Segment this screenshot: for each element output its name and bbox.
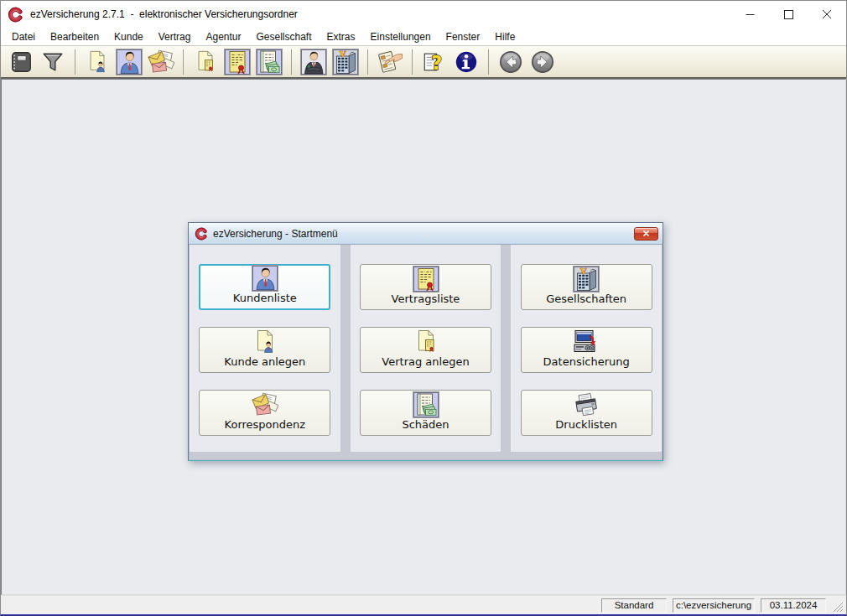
close-icon [642,230,650,237]
correspondence-icon [252,391,278,418]
dialog-column-kunde: Kundenliste Kunde anlegen Korrespondenz [190,245,340,452]
claims-icon [413,391,439,418]
close-button[interactable] [808,1,846,28]
vertrag-anlegen-button[interactable]: Vertrag anlegen [360,327,491,373]
companies-icon [573,266,600,292]
nav-forward-button[interactable] [527,48,559,76]
print-selection-button[interactable] [374,48,406,76]
minimize-button[interactable] [730,1,769,28]
dialog-close-button[interactable] [634,227,658,241]
resize-grip-icon[interactable] [833,601,844,613]
new-customer-icon [252,329,278,355]
companies-button[interactable] [330,48,361,76]
addressbook-button[interactable] [5,48,37,76]
dialog-body: Kundenliste Kunde anlegen Korrespondenz [189,245,663,460]
new-contract-button[interactable] [190,48,221,76]
addressbook-icon [8,49,34,75]
button-label: Kundenliste [233,292,297,304]
dialog-column-vertrag: Vertragsliste Vertrag anlegen Schäden [351,245,501,452]
gesellschaften-button[interactable]: Gesellschaften [521,264,652,310]
print-selection-icon [377,49,403,75]
menu-item-hilfe[interactable]: Hilfe [487,29,522,44]
agent-button[interactable] [298,48,330,76]
menu-item-bearbeiten[interactable]: Bearbeiten [43,29,107,44]
toolbar-separator [412,49,413,75]
schaeden-button[interactable]: Schäden [360,390,491,436]
contract-list-button[interactable] [221,48,253,76]
correspondence-button[interactable] [145,48,177,76]
print-lists-icon [573,391,600,418]
vertragsliste-button[interactable]: Vertragsliste [360,264,491,310]
menu-item-gesellschaft[interactable]: Gesellschaft [249,29,320,44]
help-icon [422,49,447,75]
nav-back-icon [498,49,523,75]
button-label: Drucklisten [555,419,617,431]
menu-item-einstellungen[interactable]: Einstellungen [363,29,439,44]
new-customer-icon [85,49,110,75]
korrespondenz-button[interactable]: Korrespondenz [199,390,330,436]
button-label: Kunde anlegen [224,356,305,368]
minimize-icon [746,10,755,19]
customer-list-button[interactable] [113,48,145,76]
new-contract-icon [193,49,218,75]
menu-item-fenster[interactable]: Fenster [439,29,488,44]
mdi-workspace: ezVersicherung - Startmenü Kundenliste K… [1,79,846,595]
status-bar: Standard c:\ezversicherung 03.11.2024 [1,595,846,614]
new-contract-icon [413,329,439,355]
button-label: Vertragsliste [392,293,460,305]
menu-item-datei[interactable]: Datei [4,29,43,44]
app-logo-icon [8,7,23,23]
dialog-title-bar: ezVersicherung - Startmenü [189,223,663,245]
datensicherung-button[interactable]: Datensicherung [521,327,652,373]
filter-button[interactable] [37,48,69,76]
status-date: 03.11.2024 [761,598,826,613]
nav-forward-icon [530,49,555,75]
toolbar-separator [75,49,75,75]
app-logo-icon [195,227,208,241]
menu-item-vertrag[interactable]: Vertrag [151,29,199,44]
toolbar-separator [488,49,489,75]
startmenu-dialog: ezVersicherung - Startmenü Kundenliste K… [188,222,663,461]
info-button[interactable] [450,48,482,76]
claims-icon [256,49,283,75]
claims-button[interactable] [253,48,285,76]
button-label: Vertrag anlegen [382,356,469,368]
maximize-button[interactable] [769,1,808,28]
toolbar-separator [367,49,368,75]
filter-icon [40,49,65,75]
title-bar: ezVersicherung 2.7.1 - elektronischer Ve… [1,1,846,28]
toolbar-separator [291,49,292,75]
customer-list-icon [252,265,278,292]
help-button[interactable] [418,48,450,76]
menu-item-kunde[interactable]: Kunde [107,29,151,44]
companies-icon [332,49,359,75]
status-path: c:\ezversicherung [673,598,755,613]
contract-list-icon [224,49,251,75]
button-label: Korrespondenz [225,419,306,431]
toolbar-separator [183,49,184,75]
app-window: ezVersicherung 2.7.1 - elektronischer Ve… [0,0,847,616]
button-label: Schäden [402,419,449,431]
button-label: Gesellschaften [546,293,626,305]
dialog-column-sonstiges: Gesellschaften Datensicherung Druckliste… [511,245,662,452]
menu-bar: Datei Bearbeiten Kunde Vertrag Agentur G… [1,28,846,46]
correspondence-icon [148,49,174,75]
backup-icon [573,329,600,355]
button-label: Datensicherung [543,356,630,368]
info-icon [454,49,479,75]
menu-item-extras[interactable]: Extras [320,29,363,44]
new-customer-button[interactable] [81,48,113,76]
dialog-title: ezVersicherung - Startmenü [213,228,338,240]
contract-list-icon [413,266,439,292]
agent-icon [300,49,327,75]
status-profile: Standard [601,598,667,613]
kundenliste-button[interactable]: Kundenliste [199,264,330,310]
nav-back-button[interactable] [495,48,527,76]
menu-item-agentur[interactable]: Agentur [198,29,248,44]
window-title: ezVersicherung 2.7.1 - elektronischer Ve… [30,8,298,20]
kunde-anlegen-button[interactable]: Kunde anlegen [199,327,330,373]
maximize-icon [784,10,793,19]
customer-list-icon [116,49,143,75]
drucklisten-button[interactable]: Drucklisten [521,390,652,436]
close-icon [822,9,832,19]
